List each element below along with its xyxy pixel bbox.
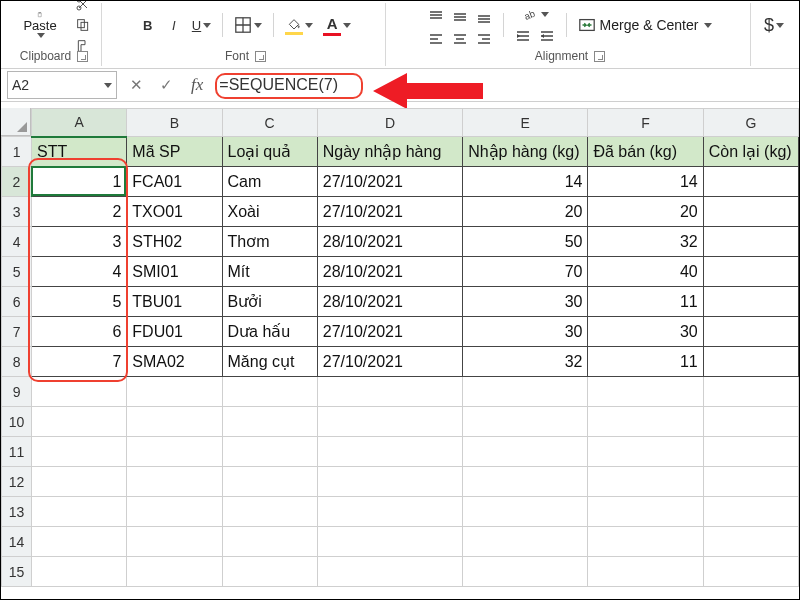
- dialog-launcher-icon[interactable]: [255, 51, 266, 62]
- formula-input[interactable]: [213, 71, 799, 99]
- cell[interactable]: 5: [32, 287, 127, 317]
- cell[interactable]: Măng cụt: [222, 347, 317, 377]
- cell[interactable]: [703, 557, 798, 587]
- cell[interactable]: 70: [463, 257, 588, 287]
- align-left-button[interactable]: [425, 26, 447, 52]
- confirm-formula-button[interactable]: ✓: [151, 71, 181, 99]
- align-center-button[interactable]: [449, 26, 471, 52]
- fx-icon[interactable]: fx: [181, 75, 213, 95]
- row-header[interactable]: 14: [2, 527, 32, 557]
- name-box[interactable]: A2: [7, 71, 117, 99]
- cell[interactable]: 1: [32, 167, 127, 197]
- table-header-cell[interactable]: Nhập hàng (kg): [463, 137, 588, 167]
- cell[interactable]: [32, 377, 127, 407]
- cell[interactable]: Thơm: [222, 227, 317, 257]
- bold-button[interactable]: B: [137, 12, 159, 38]
- cell[interactable]: [588, 557, 703, 587]
- col-header[interactable]: G: [703, 109, 798, 137]
- cell[interactable]: 30: [463, 317, 588, 347]
- cell[interactable]: 50: [463, 227, 588, 257]
- cell[interactable]: [222, 467, 317, 497]
- row-header[interactable]: 1: [2, 137, 32, 167]
- merge-center-button[interactable]: Merge & Center: [575, 12, 716, 38]
- cell[interactable]: 6: [32, 317, 127, 347]
- cell[interactable]: [222, 557, 317, 587]
- cell[interactable]: [588, 377, 703, 407]
- cell[interactable]: STH02: [127, 227, 222, 257]
- cell[interactable]: 3: [32, 227, 127, 257]
- cell[interactable]: [588, 437, 703, 467]
- cell[interactable]: [703, 377, 798, 407]
- row-header[interactable]: 8: [2, 347, 32, 377]
- cell[interactable]: [317, 377, 462, 407]
- cell[interactable]: [703, 197, 798, 227]
- cell[interactable]: [317, 557, 462, 587]
- cell[interactable]: [317, 407, 462, 437]
- cell[interactable]: Xoài: [222, 197, 317, 227]
- cell[interactable]: [32, 557, 127, 587]
- cell[interactable]: [127, 407, 222, 437]
- cell[interactable]: 14: [588, 167, 703, 197]
- col-header[interactable]: E: [463, 109, 588, 137]
- cell[interactable]: 20: [463, 197, 588, 227]
- cell[interactable]: 32: [463, 347, 588, 377]
- cell[interactable]: 14: [463, 167, 588, 197]
- cell[interactable]: TXO01: [127, 197, 222, 227]
- table-header-cell[interactable]: Còn lại (kg): [703, 137, 798, 167]
- cell[interactable]: FDU01: [127, 317, 222, 347]
- col-header[interactable]: F: [588, 109, 703, 137]
- cell[interactable]: [222, 407, 317, 437]
- cell[interactable]: [703, 317, 798, 347]
- orientation-button[interactable]: ab: [512, 5, 558, 25]
- cell[interactable]: 27/10/2021: [317, 347, 462, 377]
- cell[interactable]: 4: [32, 257, 127, 287]
- cell[interactable]: Cam: [222, 167, 317, 197]
- cell[interactable]: 27/10/2021: [317, 167, 462, 197]
- cell[interactable]: 11: [588, 347, 703, 377]
- row-header[interactable]: 12: [2, 467, 32, 497]
- decrease-indent-button[interactable]: [512, 26, 534, 46]
- row-header[interactable]: 5: [2, 257, 32, 287]
- cell[interactable]: FCA01: [127, 167, 222, 197]
- table-header-cell[interactable]: Đã bán (kg): [588, 137, 703, 167]
- col-header[interactable]: D: [317, 109, 462, 137]
- cell[interactable]: [127, 377, 222, 407]
- cell[interactable]: [127, 437, 222, 467]
- cell[interactable]: 28/10/2021: [317, 287, 462, 317]
- cell[interactable]: [703, 227, 798, 257]
- currency-button[interactable]: $: [761, 12, 787, 38]
- col-header[interactable]: C: [222, 109, 317, 137]
- row-header[interactable]: 13: [2, 497, 32, 527]
- cell[interactable]: [463, 497, 588, 527]
- cell[interactable]: 28/10/2021: [317, 257, 462, 287]
- cell[interactable]: [703, 407, 798, 437]
- cell[interactable]: [463, 437, 588, 467]
- dialog-launcher-icon[interactable]: [77, 51, 88, 62]
- row-header[interactable]: 15: [2, 557, 32, 587]
- cell[interactable]: [588, 407, 703, 437]
- table-header-cell[interactable]: Loại quả: [222, 137, 317, 167]
- cell[interactable]: [127, 467, 222, 497]
- cell[interactable]: [463, 527, 588, 557]
- table-header-cell[interactable]: Mã SP: [127, 137, 222, 167]
- cell[interactable]: SMI01: [127, 257, 222, 287]
- cut-button[interactable]: [71, 0, 95, 14]
- cell[interactable]: [317, 497, 462, 527]
- cell[interactable]: [463, 407, 588, 437]
- cell[interactable]: [703, 287, 798, 317]
- cell[interactable]: 27/10/2021: [317, 197, 462, 227]
- cell[interactable]: 20: [588, 197, 703, 227]
- cell[interactable]: 30: [588, 317, 703, 347]
- worksheet-grid[interactable]: A B C D E F G 1STTMã SPLoại quảNgày nhập…: [1, 108, 799, 587]
- cell[interactable]: [703, 527, 798, 557]
- cell[interactable]: 2: [32, 197, 127, 227]
- cell[interactable]: [317, 527, 462, 557]
- cell[interactable]: TBU01: [127, 287, 222, 317]
- row-header[interactable]: 7: [2, 317, 32, 347]
- cell[interactable]: [703, 347, 798, 377]
- fill-color-button[interactable]: [282, 12, 316, 38]
- cell[interactable]: [463, 377, 588, 407]
- cell[interactable]: 27/10/2021: [317, 317, 462, 347]
- cell[interactable]: [703, 467, 798, 497]
- select-all-corner[interactable]: [1, 108, 31, 136]
